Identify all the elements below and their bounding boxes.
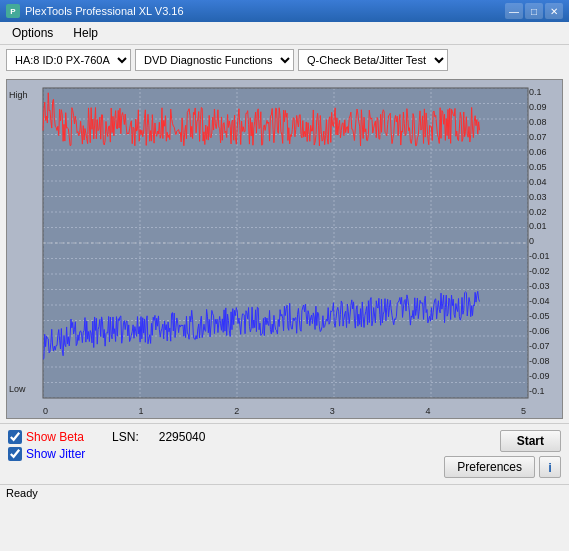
drive-select[interactable]: HA:8 ID:0 PX-760A xyxy=(6,49,131,71)
function-select[interactable]: DVD Diagnostic Functions xyxy=(135,49,294,71)
chart-area: High Low 0.1 0.09 0.08 0.07 0.06 0.05 0.… xyxy=(6,79,563,419)
show-beta-label: Show Beta xyxy=(26,430,84,444)
app-icon: P xyxy=(6,4,20,18)
preferences-button[interactable]: Preferences xyxy=(444,456,535,478)
info-button[interactable]: i xyxy=(539,456,561,478)
show-jitter-label: Show Jitter xyxy=(26,447,85,461)
maximize-button[interactable]: □ xyxy=(525,3,543,19)
menu-options[interactable]: Options xyxy=(6,24,59,42)
test-select[interactable]: Q-Check Beta/Jitter Test xyxy=(298,49,448,71)
lsn-value: 2295040 xyxy=(159,430,206,444)
menu-bar: Options Help xyxy=(0,22,569,45)
window-title: PlexTools Professional XL V3.16 xyxy=(25,5,184,17)
show-jitter-checkbox[interactable] xyxy=(8,447,22,461)
minimize-button[interactable]: — xyxy=(505,3,523,19)
menu-help[interactable]: Help xyxy=(67,24,104,42)
start-button[interactable]: Start xyxy=(500,430,561,452)
status-text: Ready xyxy=(6,487,38,499)
title-bar: P PlexTools Professional XL V3.16 — □ ✕ xyxy=(0,0,569,22)
show-beta-checkbox[interactable] xyxy=(8,430,22,444)
lsn-label: LSN: xyxy=(112,430,139,444)
show-jitter-checkbox-item[interactable]: Show Jitter xyxy=(8,447,205,461)
window-controls: — □ ✕ xyxy=(505,3,563,19)
toolbar: HA:8 ID:0 PX-760A DVD Diagnostic Functio… xyxy=(0,45,569,75)
status-bar: Ready xyxy=(0,484,569,501)
close-button[interactable]: ✕ xyxy=(545,3,563,19)
bottom-panel: Show Beta LSN: 2295040 Show Jitter Start… xyxy=(0,423,569,484)
chart-canvas xyxy=(7,80,563,419)
show-beta-checkbox-item[interactable]: Show Beta xyxy=(8,430,84,444)
